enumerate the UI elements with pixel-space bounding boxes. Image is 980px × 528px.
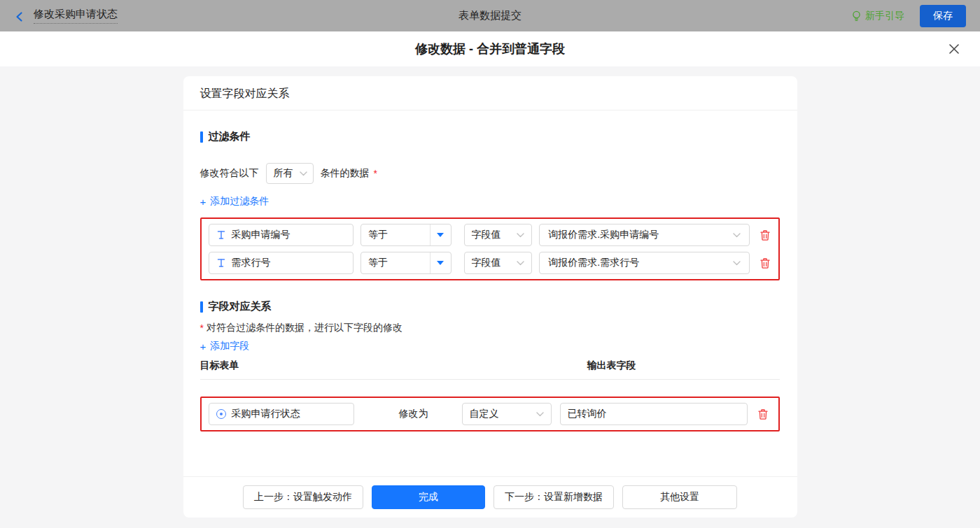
dialog-title: 修改数据 - 合并到普通字段 bbox=[415, 41, 565, 57]
chevron-down-icon bbox=[733, 261, 741, 266]
radio-field-icon bbox=[216, 409, 226, 419]
filter-section-title-text: 过滤条件 bbox=[209, 130, 251, 143]
filter-section-title: 过滤条件 bbox=[200, 130, 780, 143]
field-mapping-box: 采购申请行状态 修改为 自定义 已转询价 bbox=[200, 397, 780, 431]
lightbulb-icon bbox=[851, 10, 862, 22]
caret-down-icon[interactable] bbox=[430, 252, 451, 273]
beginner-guide-label: 新手引导 bbox=[865, 10, 904, 22]
mapping-description: 对符合过滤条件的数据，进行以下字段的修改 bbox=[206, 322, 402, 334]
filter-field-input[interactable]: 采购申请编号 bbox=[209, 224, 354, 246]
filter-match-line: 修改符合以下 所有 条件的数据 * bbox=[200, 163, 780, 184]
filter-condition-row: 采购申请编号 等于 字段值 询报价需求.采购申请编号 bbox=[209, 224, 771, 246]
modify-to-label: 修改为 bbox=[399, 408, 428, 420]
back-icon[interactable] bbox=[14, 11, 25, 22]
mapping-description-line: * 对符合过滤条件的数据，进行以下字段的修改 bbox=[200, 322, 780, 334]
compare-value-select[interactable]: 询报价需求.需求行号 bbox=[539, 252, 750, 274]
mapping-table-headers: 目标表单 输出表字段 bbox=[200, 359, 780, 380]
plus-icon: + bbox=[200, 341, 206, 352]
column-header-output-field: 输出表字段 bbox=[587, 359, 636, 372]
card-header-title: 设置字段对应关系 bbox=[183, 76, 797, 110]
next-step-button[interactable]: 下一步：设置新增数据 bbox=[493, 485, 614, 509]
beginner-guide-link[interactable]: 新手引导 bbox=[851, 10, 904, 22]
required-asterisk: * bbox=[200, 322, 204, 334]
target-field-input[interactable]: 采购申请行状态 bbox=[209, 403, 354, 425]
prev-step-button[interactable]: 上一步：设置触发动作 bbox=[243, 485, 363, 509]
page: 修改采购申请状态 表单数据提交 新手引导 保存 修改数据 - 合并到普通字段 设… bbox=[0, 0, 980, 528]
filter-condition-row: 需求行号 等于 字段值 询报价需求.需求行号 bbox=[209, 252, 771, 274]
done-button[interactable]: 完成 bbox=[372, 485, 485, 509]
text-field-icon bbox=[216, 258, 226, 268]
chevron-down-icon bbox=[300, 171, 307, 176]
filter-field-name: 采购申请编号 bbox=[232, 229, 290, 241]
operator-value: 等于 bbox=[361, 257, 430, 269]
card-body: 过滤条件 修改符合以下 所有 条件的数据 * + 添加过滤条件 bbox=[183, 130, 797, 431]
add-filter-condition-label: 添加过滤条件 bbox=[210, 195, 269, 208]
chevron-down-icon bbox=[536, 412, 544, 417]
value-type-select[interactable]: 字段值 bbox=[464, 224, 533, 246]
topbar-node-title: 表单数据提交 bbox=[458, 9, 522, 22]
value-type-select[interactable]: 字段值 bbox=[464, 252, 533, 274]
filter-match-suffix: 条件的数据 bbox=[321, 167, 370, 180]
operator-select[interactable]: 等于 bbox=[360, 252, 451, 274]
delete-condition-icon[interactable] bbox=[760, 229, 771, 241]
chevron-down-icon bbox=[517, 233, 524, 238]
target-field-name: 采购申请行状态 bbox=[232, 408, 300, 420]
topbar: 修改采购申请状态 表单数据提交 新手引导 保存 bbox=[0, 0, 980, 31]
field-mapping-row: 采购申请行状态 修改为 自定义 已转询价 bbox=[209, 403, 771, 425]
text-field-icon bbox=[216, 230, 226, 240]
dialog-body: 设置字段对应关系 过滤条件 修改符合以下 所有 条件的数据 * bbox=[0, 66, 980, 528]
value-mode-value: 自定义 bbox=[470, 408, 499, 420]
value-mode-select[interactable]: 自定义 bbox=[462, 403, 552, 425]
value-type-value: 字段值 bbox=[472, 257, 501, 269]
column-header-target-form: 目标表单 bbox=[200, 359, 239, 372]
filter-match-prefix: 修改符合以下 bbox=[200, 167, 259, 180]
custom-value: 已转询价 bbox=[568, 408, 607, 420]
dialog-header: 修改数据 - 合并到普通字段 bbox=[0, 31, 980, 66]
add-field-link[interactable]: + 添加字段 bbox=[200, 340, 250, 352]
plus-icon: + bbox=[200, 197, 206, 207]
compare-value-select[interactable]: 询报价需求.采购申请编号 bbox=[539, 224, 750, 246]
delete-mapping-icon[interactable] bbox=[757, 408, 769, 420]
delete-condition-icon[interactable] bbox=[760, 257, 771, 269]
save-button[interactable]: 保存 bbox=[920, 5, 966, 27]
chevron-down-icon bbox=[517, 261, 524, 266]
flow-name-title[interactable]: 修改采购申请状态 bbox=[34, 8, 118, 24]
section-bar bbox=[200, 301, 203, 313]
add-filter-condition-link[interactable]: + 添加过滤条件 bbox=[200, 195, 270, 208]
close-icon[interactable] bbox=[946, 41, 962, 57]
custom-value-input[interactable]: 已转询价 bbox=[560, 403, 748, 425]
required-asterisk: * bbox=[374, 168, 377, 179]
topbar-left: 修改采购申请状态 bbox=[14, 8, 118, 24]
card-footer: 上一步：设置触发动作 完成 下一步：设置新增数据 其他设置 bbox=[183, 476, 797, 518]
caret-down-icon[interactable] bbox=[430, 224, 451, 245]
section-bar bbox=[200, 131, 203, 143]
operator-select[interactable]: 等于 bbox=[360, 224, 451, 246]
filter-conditions-box: 采购申请编号 等于 字段值 询报价需求.采购申请编号 bbox=[200, 217, 780, 280]
topbar-right: 新手引导 保存 bbox=[851, 5, 966, 27]
filter-field-name: 需求行号 bbox=[232, 257, 271, 269]
add-field-label: 添加字段 bbox=[210, 340, 249, 352]
compare-value: 询报价需求.采购申请编号 bbox=[548, 229, 659, 241]
value-type-value: 字段值 bbox=[472, 229, 501, 241]
other-settings-button[interactable]: 其他设置 bbox=[622, 485, 737, 509]
match-mode-value: 所有 bbox=[274, 167, 293, 180]
compare-value: 询报价需求.需求行号 bbox=[548, 257, 639, 269]
chevron-down-icon bbox=[733, 233, 741, 238]
operator-value: 等于 bbox=[361, 229, 430, 241]
mapping-section-title-text: 字段对应关系 bbox=[209, 300, 272, 313]
field-mapping-card: 设置字段对应关系 过滤条件 修改符合以下 所有 条件的数据 * bbox=[183, 76, 797, 518]
filter-field-input[interactable]: 需求行号 bbox=[209, 252, 354, 274]
match-mode-select[interactable]: 所有 bbox=[266, 163, 314, 184]
mapping-section-title: 字段对应关系 bbox=[200, 300, 780, 313]
